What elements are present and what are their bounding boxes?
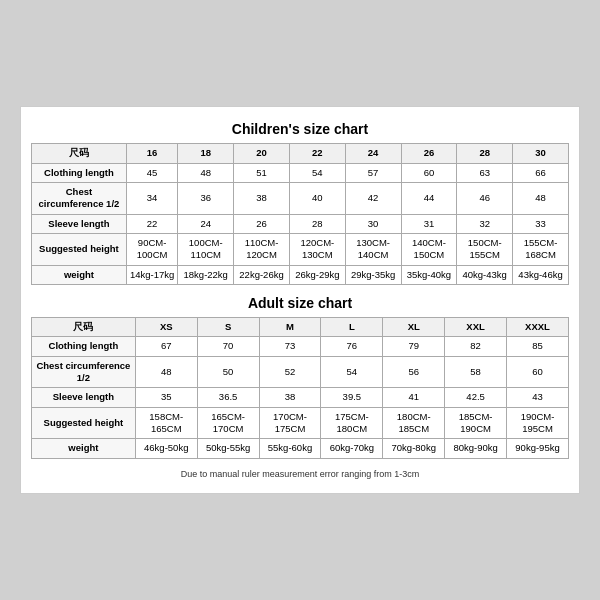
row-label: weight <box>32 265 127 284</box>
cell-value: 90CM-100CM <box>126 233 177 265</box>
children-chart-title: Children's size chart <box>31 121 569 137</box>
cell-value: 48 <box>178 163 234 182</box>
row-label: Clothing length <box>32 337 136 356</box>
cell-value: 76 <box>321 337 383 356</box>
col-header-label: 尺码 <box>32 318 136 337</box>
cell-value: 35 <box>135 388 197 407</box>
cell-value: 120CM-130CM <box>289 233 345 265</box>
row-label: Clothing length <box>32 163 127 182</box>
cell-value: 26kg-29kg <box>289 265 345 284</box>
row-label: Suggested height <box>32 407 136 439</box>
cell-value: 50kg-55kg <box>197 439 259 458</box>
row-label: Chest circumference 1/2 <box>32 356 136 388</box>
table-row: Clothing length67707376798285 <box>32 337 569 356</box>
cell-value: 31 <box>401 214 457 233</box>
cell-value: 57 <box>345 163 401 182</box>
adult-size-table: 尺码XSSMLXLXXLXXXL Clothing length67707376… <box>31 317 569 459</box>
adult-chart-title: Adult size chart <box>31 295 569 311</box>
cell-value: 18kg-22kg <box>178 265 234 284</box>
col-header-size: XXL <box>445 318 507 337</box>
table-row: Chest circumference 1/248505254565860 <box>32 356 569 388</box>
col-header-size: 24 <box>345 144 401 163</box>
cell-value: 54 <box>321 356 383 388</box>
cell-value: 63 <box>457 163 513 182</box>
col-header-size: 16 <box>126 144 177 163</box>
cell-value: 185CM-190CM <box>445 407 507 439</box>
col-header-size: XXXL <box>507 318 569 337</box>
cell-value: 82 <box>445 337 507 356</box>
cell-value: 54 <box>289 163 345 182</box>
children-size-table: 尺码1618202224262830 Clothing length454851… <box>31 143 569 285</box>
cell-value: 100CM-110CM <box>178 233 234 265</box>
size-chart-card: Children's size chart 尺码1618202224262830… <box>20 106 580 494</box>
cell-value: 42 <box>345 182 401 214</box>
cell-value: 48 <box>135 356 197 388</box>
cell-value: 24 <box>178 214 234 233</box>
col-header-size: 26 <box>401 144 457 163</box>
cell-value: 46kg-50kg <box>135 439 197 458</box>
col-header-size: XS <box>135 318 197 337</box>
cell-value: 58 <box>445 356 507 388</box>
cell-value: 66 <box>513 163 569 182</box>
cell-value: 80kg-90kg <box>445 439 507 458</box>
cell-value: 38 <box>259 388 321 407</box>
col-header-size: 18 <box>178 144 234 163</box>
cell-value: 60 <box>507 356 569 388</box>
cell-value: 165CM-170CM <box>197 407 259 439</box>
cell-value: 70 <box>197 337 259 356</box>
table-row: weight14kg-17kg18kg-22kg22kg-26kg26kg-29… <box>32 265 569 284</box>
cell-value: 48 <box>513 182 569 214</box>
col-header-size: 22 <box>289 144 345 163</box>
col-header-size: XL <box>383 318 445 337</box>
table-row: Sleeve length2224262830313233 <box>32 214 569 233</box>
cell-value: 67 <box>135 337 197 356</box>
table-row: Suggested height158CM-165CM165CM-170CM17… <box>32 407 569 439</box>
cell-value: 52 <box>259 356 321 388</box>
cell-value: 36.5 <box>197 388 259 407</box>
table-row: weight46kg-50kg50kg-55kg55kg-60kg60kg-70… <box>32 439 569 458</box>
table-row: Suggested height90CM-100CM100CM-110CM110… <box>32 233 569 265</box>
cell-value: 28 <box>289 214 345 233</box>
cell-value: 110CM-120CM <box>234 233 290 265</box>
cell-value: 60 <box>401 163 457 182</box>
cell-value: 35kg-40kg <box>401 265 457 284</box>
cell-value: 29kg-35kg <box>345 265 401 284</box>
cell-value: 50 <box>197 356 259 388</box>
cell-value: 30 <box>345 214 401 233</box>
cell-value: 175CM-180CM <box>321 407 383 439</box>
cell-value: 55kg-60kg <box>259 439 321 458</box>
cell-value: 73 <box>259 337 321 356</box>
table-row: Clothing length4548515457606366 <box>32 163 569 182</box>
cell-value: 22 <box>126 214 177 233</box>
cell-value: 38 <box>234 182 290 214</box>
cell-value: 34 <box>126 182 177 214</box>
cell-value: 79 <box>383 337 445 356</box>
cell-value: 43 <box>507 388 569 407</box>
cell-value: 46 <box>457 182 513 214</box>
cell-value: 155CM-168CM <box>513 233 569 265</box>
cell-value: 33 <box>513 214 569 233</box>
cell-value: 180CM-185CM <box>383 407 445 439</box>
cell-value: 14kg-17kg <box>126 265 177 284</box>
cell-value: 26 <box>234 214 290 233</box>
cell-value: 39.5 <box>321 388 383 407</box>
table-row: Sleeve length3536.53839.54142.543 <box>32 388 569 407</box>
col-header-size: 20 <box>234 144 290 163</box>
row-label: Chest circumference 1/2 <box>32 182 127 214</box>
row-label: Sleeve length <box>32 214 127 233</box>
cell-value: 70kg-80kg <box>383 439 445 458</box>
cell-value: 43kg-46kg <box>513 265 569 284</box>
table-row: Chest circumference 1/23436384042444648 <box>32 182 569 214</box>
cell-value: 150CM-155CM <box>457 233 513 265</box>
cell-value: 90kg-95kg <box>507 439 569 458</box>
measurement-note: Due to manual ruler measurement error ra… <box>31 469 569 479</box>
row-label: Suggested height <box>32 233 127 265</box>
cell-value: 60kg-70kg <box>321 439 383 458</box>
cell-value: 130CM-140CM <box>345 233 401 265</box>
cell-value: 140CM-150CM <box>401 233 457 265</box>
cell-value: 45 <box>126 163 177 182</box>
cell-value: 51 <box>234 163 290 182</box>
col-header-size: 30 <box>513 144 569 163</box>
cell-value: 22kg-26kg <box>234 265 290 284</box>
col-header-size: S <box>197 318 259 337</box>
